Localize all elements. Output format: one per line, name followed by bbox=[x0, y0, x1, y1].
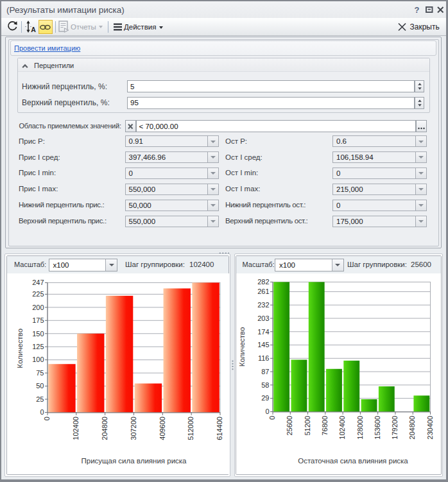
svg-text:614400: 614400 bbox=[216, 417, 223, 440]
svg-text:261: 261 bbox=[257, 288, 269, 295]
svg-text:Присущая сила влияния риска: Присущая сила влияния риска bbox=[81, 457, 187, 465]
svg-text:204800: 204800 bbox=[100, 417, 108, 440]
svg-text:?: ? bbox=[415, 5, 420, 14]
svg-text:409600: 409600 bbox=[158, 417, 166, 440]
svg-text:75: 75 bbox=[36, 369, 44, 377]
svg-text:0: 0 bbox=[43, 417, 51, 420]
svg-text:128000: 128000 bbox=[356, 416, 364, 440]
svg-text:125: 125 bbox=[32, 343, 44, 350]
svg-text:0: 0 bbox=[268, 416, 276, 420]
svg-text:203: 203 bbox=[257, 314, 269, 322]
svg-text:247: 247 bbox=[32, 279, 44, 286]
svg-text:204800: 204800 bbox=[408, 416, 416, 440]
svg-text:307200: 307200 bbox=[129, 417, 137, 440]
svg-text:58: 58 bbox=[261, 381, 269, 389]
svg-text:153600: 153600 bbox=[374, 416, 381, 440]
svg-text:512000: 512000 bbox=[187, 417, 194, 440]
svg-text:232: 232 bbox=[257, 301, 269, 309]
svg-text:0: 0 bbox=[40, 408, 44, 416]
svg-text:225: 225 bbox=[32, 290, 44, 298]
svg-text:200: 200 bbox=[32, 304, 44, 311]
svg-text:145: 145 bbox=[257, 341, 269, 349]
svg-text:175: 175 bbox=[32, 316, 44, 324]
svg-text:150: 150 bbox=[32, 330, 44, 338]
svg-text:174: 174 bbox=[257, 328, 269, 336]
svg-text:25: 25 bbox=[36, 395, 44, 403]
svg-text:282: 282 bbox=[257, 278, 269, 286]
svg-text:Количество: Количество bbox=[239, 327, 246, 367]
svg-text:116: 116 bbox=[258, 354, 270, 362]
svg-text:179200: 179200 bbox=[391, 416, 399, 440]
svg-text:87: 87 bbox=[261, 368, 269, 375]
svg-text:0: 0 bbox=[265, 408, 269, 415]
svg-text:51200: 51200 bbox=[304, 416, 311, 436]
svg-text:25600: 25600 bbox=[286, 416, 293, 436]
svg-text:Количество: Количество bbox=[16, 329, 24, 368]
svg-text:Остаточная сила влияния риска: Остаточная сила влияния риска bbox=[298, 457, 408, 465]
svg-text:50: 50 bbox=[36, 382, 44, 390]
svg-text:102400: 102400 bbox=[338, 416, 346, 440]
svg-text:A: A bbox=[31, 26, 36, 33]
svg-text:100: 100 bbox=[32, 356, 44, 363]
svg-text:102400: 102400 bbox=[72, 417, 80, 440]
svg-text:29: 29 bbox=[261, 394, 269, 402]
svg-text:230400: 230400 bbox=[426, 416, 434, 440]
svg-text:76800: 76800 bbox=[321, 416, 329, 436]
